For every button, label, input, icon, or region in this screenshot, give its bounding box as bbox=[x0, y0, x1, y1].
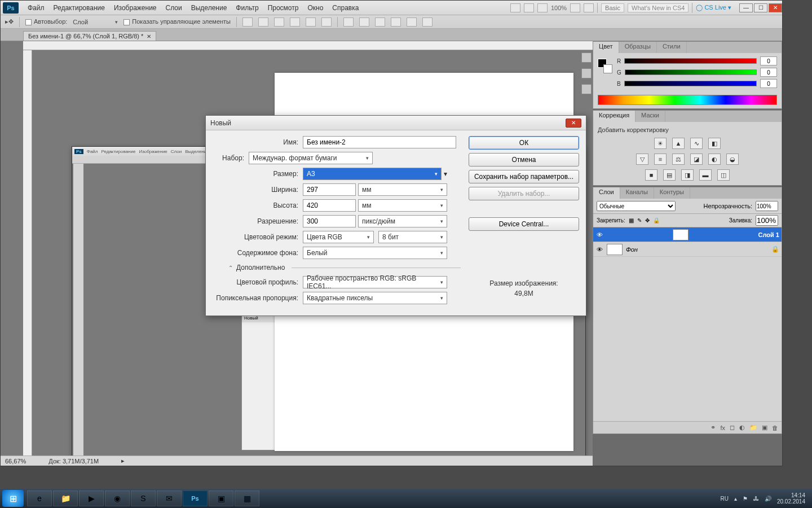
layer-mask-icon[interactable]: ◻ bbox=[730, 424, 735, 431]
ok-button[interactable]: ОК bbox=[469, 136, 579, 150]
preset-select[interactable]: Междунар. формат бумаги▾ bbox=[249, 152, 373, 164]
launch-bridge-icon[interactable] bbox=[510, 3, 520, 12]
background-select[interactable]: Белый▾ bbox=[303, 247, 447, 259]
g-slider[interactable] bbox=[625, 69, 757, 75]
tab-masks[interactable]: Маски bbox=[636, 111, 665, 122]
group-icon[interactable]: 📁 bbox=[749, 424, 757, 431]
tab-layers[interactable]: Слои bbox=[593, 187, 620, 199]
layer-name[interactable]: Слой 1 bbox=[758, 231, 779, 238]
height-unit-select[interactable]: мм▾ bbox=[358, 199, 447, 212]
pixel-aspect-select[interactable]: Квадратные пикселы▾ bbox=[303, 292, 447, 304]
hue-icon[interactable]: ≡ bbox=[654, 154, 667, 165]
view-extras-icon[interactable] bbox=[537, 3, 548, 12]
save-preset-button[interactable]: Сохранить набор параметров... bbox=[469, 170, 579, 183]
tray-volume-icon[interactable]: 🔊 bbox=[765, 496, 771, 502]
cs-live-button[interactable]: CS Live ▾ bbox=[696, 4, 731, 11]
new-layer-icon[interactable]: ▣ bbox=[762, 424, 767, 431]
color-profile-select[interactable]: Рабочее пространство RGB: sRGB IEC61...▾ bbox=[303, 276, 447, 288]
bit-depth-select[interactable]: 8 бит▾ bbox=[378, 231, 447, 243]
b-slider[interactable] bbox=[624, 81, 757, 86]
distribute-icon[interactable] bbox=[343, 17, 354, 27]
menu-select[interactable]: Выделение bbox=[187, 4, 232, 12]
lock-pixels-icon[interactable]: ✎ bbox=[637, 217, 642, 224]
vibrance-icon[interactable]: ▽ bbox=[636, 154, 648, 165]
size-select[interactable]: A3▾ bbox=[303, 168, 442, 180]
g-input[interactable] bbox=[760, 68, 777, 77]
link-layers-icon[interactable]: ⚭ bbox=[710, 424, 716, 431]
cancel-button[interactable]: Отмена bbox=[469, 153, 579, 167]
lock-transparent-icon[interactable]: ▦ bbox=[629, 217, 634, 224]
taskbar-photoshop-icon[interactable]: Ps bbox=[183, 491, 208, 506]
auto-select-dropdown[interactable]: Слой▾ bbox=[73, 19, 118, 25]
brightness-icon[interactable]: ☀ bbox=[654, 138, 667, 149]
r-input[interactable] bbox=[760, 56, 777, 65]
align-icon[interactable] bbox=[306, 17, 316, 27]
status-doc-size[interactable]: Док: 3,71M/3,71M bbox=[48, 458, 99, 465]
align-icon[interactable] bbox=[258, 17, 268, 27]
layer-style-icon[interactable]: fx bbox=[720, 424, 725, 431]
history-dock-icon[interactable] bbox=[581, 68, 592, 78]
document-tab[interactable]: Без имени-1 @ 66,7% (Слой 1, RGB/8) * ✕ bbox=[23, 31, 156, 41]
invert-icon[interactable]: ■ bbox=[645, 169, 657, 181]
dialog-close-button[interactable]: ✕ bbox=[566, 119, 581, 128]
menu-file[interactable]: Файл bbox=[23, 4, 49, 12]
tab-color[interactable]: Цвет bbox=[593, 42, 619, 53]
gradient-map-icon[interactable]: ▬ bbox=[699, 169, 712, 181]
lock-position-icon[interactable]: ✥ bbox=[645, 217, 650, 224]
menu-filter[interactable]: Фильтр bbox=[231, 4, 263, 12]
color-mode-select[interactable]: Цвета RGB▾ bbox=[303, 231, 374, 243]
workspace-whats-new[interactable]: What's New in CS4 bbox=[628, 3, 689, 12]
fill-input[interactable] bbox=[756, 215, 778, 226]
photo-filter-icon[interactable]: ◐ bbox=[708, 154, 721, 165]
tab-paths[interactable]: Контуры bbox=[654, 187, 690, 199]
height-input[interactable] bbox=[303, 199, 356, 212]
dialog-titlebar[interactable]: Новый ✕ bbox=[206, 116, 586, 130]
blend-mode-select[interactable]: Обычные bbox=[597, 201, 676, 211]
width-input[interactable] bbox=[303, 183, 356, 196]
tray-flag-icon[interactable]: ⚑ bbox=[743, 496, 748, 502]
menu-window[interactable]: Окно bbox=[303, 4, 328, 12]
threshold-icon[interactable]: ◨ bbox=[681, 169, 694, 181]
maximize-button[interactable]: ☐ bbox=[754, 3, 767, 12]
distribute-icon[interactable] bbox=[375, 17, 385, 27]
minimize-button[interactable]: — bbox=[739, 3, 753, 12]
close-button[interactable]: ✕ bbox=[769, 3, 782, 12]
distribute-icon[interactable] bbox=[391, 17, 401, 27]
menu-view[interactable]: Просмотр bbox=[263, 4, 303, 12]
fill-adjust-icon[interactable]: ◐ bbox=[739, 424, 745, 431]
color-balance-icon[interactable]: ⚖ bbox=[672, 154, 685, 165]
taskbar-ie-icon[interactable]: e bbox=[27, 491, 52, 506]
start-button[interactable]: ⊞ bbox=[2, 490, 24, 507]
layer-thumbnail[interactable] bbox=[607, 244, 623, 255]
menu-help[interactable]: Справка bbox=[328, 4, 363, 12]
tab-adjustments[interactable]: Коррекция bbox=[593, 111, 636, 122]
color-swatch-pair[interactable] bbox=[598, 59, 612, 73]
status-zoom[interactable]: 66,67% bbox=[5, 458, 26, 465]
layer-thumbnail[interactable] bbox=[673, 229, 689, 240]
advanced-toggle[interactable]: ⌃ Дополнительно bbox=[228, 264, 461, 271]
status-menu-icon[interactable]: ▸ bbox=[121, 457, 125, 465]
layer-row[interactable]: 👁 Слой 1 bbox=[593, 227, 782, 242]
lock-all-icon[interactable]: 🔒 bbox=[653, 217, 660, 224]
layer-name[interactable]: Фон bbox=[626, 246, 638, 253]
minibridge-dock-icon[interactable] bbox=[581, 52, 592, 63]
opacity-input[interactable] bbox=[756, 201, 778, 211]
delete-layer-icon[interactable]: 🗑 bbox=[772, 424, 778, 431]
exposure-icon[interactable]: ◧ bbox=[708, 138, 721, 149]
screen-mode-icon[interactable] bbox=[584, 3, 594, 12]
distribute-icon[interactable] bbox=[422, 17, 433, 27]
name-input[interactable] bbox=[303, 136, 456, 148]
tray-show-hidden-icon[interactable]: ▴ bbox=[734, 496, 737, 502]
taskbar-explorer-icon[interactable]: 📁 bbox=[53, 491, 78, 506]
curves-icon[interactable]: ∿ bbox=[690, 138, 703, 149]
levels-icon[interactable]: ▲ bbox=[672, 138, 685, 149]
resolution-input[interactable] bbox=[303, 215, 356, 227]
tab-channels[interactable]: Каналы bbox=[620, 187, 654, 199]
color-spectrum[interactable] bbox=[598, 95, 777, 105]
tab-styles[interactable]: Стили bbox=[657, 42, 687, 53]
taskbar-skype-icon[interactable]: S bbox=[131, 491, 156, 506]
channel-mixer-icon[interactable]: ◒ bbox=[726, 154, 739, 165]
align-icon[interactable] bbox=[290, 17, 300, 27]
delete-preset-button[interactable]: Удалить набор... bbox=[469, 187, 579, 200]
auto-select-check[interactable]: Автовыбор: bbox=[25, 18, 67, 25]
